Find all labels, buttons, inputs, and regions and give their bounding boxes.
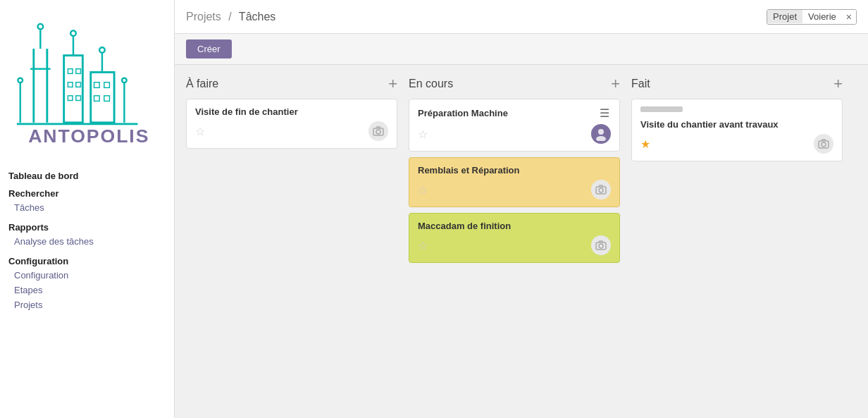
svg-rect-13 [75,82,80,87]
toolbar: Créer [175,34,868,65]
card-avatar [591,124,611,144]
card-title-row: Visite de fin de chantier [195,106,388,117]
column-title-fait: Fait [631,78,650,90]
column-header-a-faire: À faire+ [186,76,397,92]
svg-text:ANTOPOLIS: ANTOPOLIS [28,125,149,147]
column-header-en-cours: En cours+ [409,76,620,92]
svg-point-30 [596,136,606,141]
svg-point-24 [122,78,127,83]
kanban-column-a-faire: À faire+Visite de fin de chantier☆ [186,76,397,407]
card-camera-icon[interactable] [591,180,611,199]
svg-point-29 [598,129,604,135]
sidebar: ANTOPOLIS Tableau de bord Rechercher Tâc… [0,0,175,418]
column-add-button-en-cours[interactable]: + [611,76,620,92]
card-title: Remblais et Réparation [418,165,611,176]
card-progress-bar [640,106,683,112]
sidebar-logo: ANTOPOLIS [0,0,174,158]
card-star[interactable]: ★ [640,137,650,151]
card-bottom-row: ☆ [418,124,611,144]
card-camera-icon[interactable] [591,235,611,255]
kanban-card-card-5[interactable]: Visite du chantier avant travaux★ [631,99,843,161]
card-title: Visite de fin de chantier [195,106,388,117]
filter-tag-value: Voierie [802,10,842,23]
card-bottom-row: ☆ [418,180,611,199]
kanban-card-card-1[interactable]: Visite de fin de chantier☆ [186,99,397,149]
kanban-card-card-3[interactable]: Remblais et Réparation☆ [409,157,620,207]
card-star[interactable]: ☆ [418,183,428,197]
svg-rect-12 [68,82,73,87]
svg-rect-19 [94,82,99,88]
sidebar-section-dashboard[interactable]: Tableau de bord [8,171,166,181]
breadcrumb-current: Tâches [239,11,275,23]
sidebar-item-configuration[interactable]: Configuration [8,268,166,283]
sidebar-section-search: Rechercher [8,188,166,199]
card-title-row: Visite du chantier avant travaux [640,119,833,130]
svg-rect-15 [75,96,80,101]
svg-point-28 [376,130,380,134]
svg-rect-14 [68,96,73,101]
column-add-button-a-faire[interactable]: + [388,76,397,92]
sidebar-navigation: Tableau de bord Rechercher Tâches Rappor… [0,158,174,318]
svg-point-6 [18,78,23,83]
sidebar-section-rapports: Rapports [8,222,166,233]
kanban-column-en-cours: En cours+Préparation Machine☰☆ Remblais … [409,76,620,407]
card-title: Préparation Machine [418,108,598,118]
svg-rect-11 [75,69,80,74]
svg-rect-7 [63,56,82,123]
card-title: Visite du chantier avant travaux [640,119,833,130]
sidebar-item-taches[interactable]: Tâches [8,200,166,215]
card-actions [368,121,388,141]
filter-tag-label: Projet [767,10,802,23]
main-content: Projets / Tâches Projet Voierie × Créer … [175,0,868,418]
svg-rect-10 [68,69,73,74]
breadcrumb-parent[interactable]: Projets [186,11,221,23]
kanban-card-card-4[interactable]: Maccadam de finition☆ [409,213,620,263]
card-camera-icon[interactable] [368,121,388,141]
svg-point-9 [70,30,76,36]
card-actions [591,180,611,199]
sidebar-item-projets[interactable]: Projets [8,297,166,312]
filter-tag: Projet Voierie × [767,9,857,25]
card-star[interactable]: ☆ [418,128,428,141]
svg-rect-20 [104,82,109,88]
column-header-fait: Fait+ [631,76,843,92]
create-button[interactable]: Créer [186,39,232,59]
column-title-en-cours: En cours [409,78,453,90]
card-actions [591,124,611,144]
card-title-row: Remblais et Réparation [418,165,611,176]
topbar: Projets / Tâches Projet Voierie × [175,0,868,34]
svg-point-32 [599,188,603,192]
card-bottom-row: ★ [640,134,833,154]
column-title-a-faire: À faire [186,78,218,90]
breadcrumb-separator: / [228,11,231,23]
card-bottom-row: ☆ [418,235,611,255]
card-title-row: Préparation Machine☰ [418,106,611,120]
svg-rect-21 [94,96,99,102]
card-star[interactable]: ☆ [195,125,205,138]
card-title-row: Maccadam de finition [418,221,611,231]
card-bottom-row: ☆ [195,121,388,141]
svg-point-18 [99,47,105,53]
svg-point-36 [822,142,826,147]
card-actions [591,235,611,255]
card-title: Maccadam de finition [418,221,611,231]
sidebar-item-etapes[interactable]: Etapes [8,283,166,297]
kanban-board: À faire+Visite de fin de chantier☆ En co… [175,65,868,418]
card-menu-icon[interactable]: ☰ [598,106,611,120]
card-camera-icon[interactable] [814,134,833,154]
kanban-card-card-2[interactable]: Préparation Machine☰☆ [409,99,620,152]
svg-point-34 [599,244,603,248]
filter-tag-close-button[interactable]: × [842,10,856,24]
svg-rect-22 [104,96,109,102]
breadcrumb: Projets / Tâches [186,11,275,23]
kanban-column-fait: Fait+Visite du chantier avant travaux★ [631,76,843,407]
svg-point-3 [37,24,43,30]
card-actions [814,134,833,154]
sidebar-section-configuration: Configuration [8,256,166,266]
column-add-button-fait[interactable]: + [833,76,843,92]
sidebar-item-analyse[interactable]: Analyse des tâches [8,234,166,249]
card-star[interactable]: ☆ [418,239,428,252]
